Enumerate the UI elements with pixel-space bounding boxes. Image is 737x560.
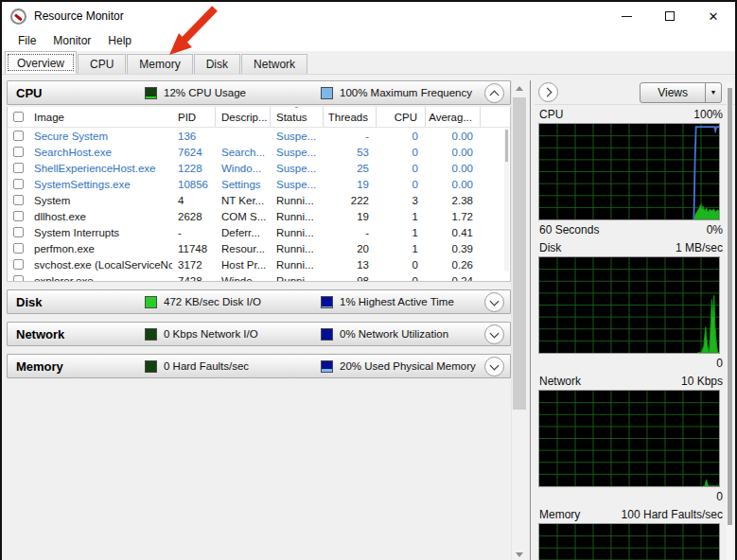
process-table-header: Image PID Descrip... ˆStatus Threads CPU… [8, 107, 510, 128]
graph-plot-area [538, 523, 720, 560]
cpu-section-header[interactable]: CPU 12% CPU Usage 100% Maximum Frequency [7, 80, 511, 105]
main-scrollbar[interactable] [511, 80, 527, 560]
cell-avg: 0.00 [426, 147, 481, 158]
tab-bar: Overview CPU Memory Disk Network [2, 51, 735, 75]
row-checkbox[interactable] [13, 195, 24, 205]
table-row[interactable]: System Interrupts-Deferr...Runni...-10.4… [8, 224, 510, 240]
cell-image: SearchHost.exe [28, 147, 172, 158]
cell-desc: COM S... [216, 211, 271, 222]
row-checkbox[interactable] [13, 211, 24, 221]
graph-max-label: 10 Kbps [681, 375, 723, 388]
cpu-collapse-button[interactable] [484, 83, 504, 103]
cell-status: Runni... [271, 259, 324, 271]
header-description[interactable]: Descrip... [216, 107, 271, 127]
cell-desc: Resour... [216, 243, 271, 254]
cell-pid: - [172, 227, 216, 238]
cell-image: SystemSettings.exe [28, 179, 172, 190]
cpu-section-title: CPU [16, 86, 145, 100]
row-checkbox[interactable] [13, 131, 24, 141]
menu-help[interactable]: Help [99, 32, 140, 49]
row-checkbox[interactable] [13, 163, 24, 173]
header-average-cpu[interactable]: Averag... [426, 107, 481, 127]
network-io-indicator-icon [145, 328, 157, 341]
cpu-usage-label: 12% CPU Usage [164, 87, 246, 98]
cell-avg: 0.24 [426, 275, 481, 283]
table-row[interactable]: Secure System136Suspe...-00.00 [8, 128, 510, 144]
title-bar[interactable]: Resource Monitor ✕ [2, 2, 735, 30]
cell-threads: 25 [324, 163, 377, 174]
cell-pid: 136 [172, 131, 216, 142]
views-button[interactable]: Views ▼ [640, 82, 722, 103]
row-checkbox[interactable] [13, 275, 24, 282]
scrollbar-thumb[interactable] [513, 97, 526, 410]
row-checkbox[interactable] [13, 227, 24, 237]
menu-file[interactable]: File [9, 32, 44, 49]
close-button[interactable]: ✕ [692, 2, 735, 30]
header-threads[interactable]: Threads [324, 107, 377, 127]
graph-title: Network [539, 375, 581, 388]
hard-faults-label: 0 Hard Faults/sec [164, 360, 249, 372]
graph-title: CPU [539, 108, 563, 121]
memory-expand-button[interactable] [484, 357, 504, 376]
table-row[interactable]: svchost.exe (LocalServiceNo...3172Host P… [8, 256, 510, 272]
header-status[interactable]: ˆStatus [271, 107, 324, 127]
cell-pid: 10856 [172, 179, 216, 190]
cell-avg: 2.38 [426, 195, 481, 206]
cell-status: Runni... [271, 227, 324, 238]
table-row[interactable]: perfmon.exe11748Resour...Runni...2010.39 [8, 240, 510, 256]
overview-content: CPU 12% CPU Usage 100% Maximum Frequency… [2, 75, 735, 560]
maximize-button[interactable] [648, 2, 692, 30]
network-expand-button[interactable] [484, 324, 504, 344]
select-all-checkbox[interactable] [13, 112, 24, 122]
menu-monitor[interactable]: Monitor [44, 32, 99, 49]
scroll-up-button[interactable] [512, 80, 527, 96]
cell-threads: 19 [324, 211, 377, 222]
cell-cpu: 1 [377, 243, 426, 254]
table-row[interactable]: SearchHost.exe7624Search...Suspe...5300.… [8, 144, 510, 160]
tab-network[interactable]: Network [241, 54, 307, 74]
cell-avg: 0.41 [426, 227, 481, 238]
header-pid[interactable]: PID [172, 107, 216, 127]
cell-status: Suspe... [271, 163, 324, 174]
row-checkbox[interactable] [13, 259, 24, 270]
disk-section-title: Disk [16, 295, 145, 309]
views-label: Views [640, 83, 705, 102]
views-dropdown-button[interactable]: ▼ [705, 83, 721, 102]
disk-expand-button[interactable] [484, 292, 504, 312]
disk-active-indicator-icon [321, 296, 333, 308]
chevron-down-icon [490, 328, 500, 338]
panel-scrollbar[interactable] [727, 82, 733, 560]
table-row[interactable]: ShellExperienceHost.exe1228Windo...Suspe… [8, 160, 510, 176]
row-checkbox[interactable] [13, 179, 24, 189]
cell-avg: 0.00 [426, 163, 481, 174]
minimize-button[interactable] [605, 2, 648, 30]
cell-status: Runni... [271, 243, 324, 254]
graph-network: Network10 Kbps0 [535, 372, 735, 505]
tab-overview[interactable]: Overview [5, 51, 77, 74]
memory-section-header[interactable]: Memory 0 Hard Faults/sec 20% Used Physic… [7, 354, 511, 378]
table-scrollbar[interactable] [504, 130, 509, 271]
table-row[interactable]: explorer.exe7428Windo...Runni...9800.24 [8, 272, 510, 282]
panel-scrollbar-thumb[interactable] [728, 88, 732, 525]
tab-memory[interactable]: Memory [127, 54, 192, 74]
network-section-header[interactable]: Network 0 Kbps Network I/O 0% Network Ut… [7, 322, 511, 346]
row-checkbox[interactable] [13, 243, 24, 254]
panel-collapse-button[interactable] [538, 82, 558, 102]
header-cpu[interactable]: CPU [377, 107, 426, 127]
row-checkbox[interactable] [13, 147, 24, 157]
cell-cpu: 3 [377, 195, 426, 206]
table-row[interactable]: dllhost.exe2628COM S...Runni...1911.72 [8, 208, 510, 224]
graphs-toolbar: Views ▼ [535, 80, 735, 105]
disk-section-header[interactable]: Disk 472 KB/sec Disk I/O 1% Highest Acti… [7, 289, 511, 314]
cell-status: Runni... [271, 195, 324, 206]
cell-status: Suspe... [271, 147, 324, 158]
process-rows: Secure System136Suspe...-00.00SearchHost… [8, 128, 510, 282]
tab-disk[interactable]: Disk [194, 54, 240, 74]
table-row[interactable]: System4NT Ker...Runni...22232.38 [8, 192, 510, 208]
tab-cpu[interactable]: CPU [78, 54, 126, 74]
scroll-down-button[interactable] [512, 547, 527, 560]
cell-threads: 53 [324, 147, 377, 158]
table-row[interactable]: SystemSettings.exe10856SettingsSuspe...1… [8, 176, 510, 192]
header-image[interactable]: Image [28, 107, 172, 127]
graphs-container: CPU100%60 Seconds0%Disk1 MB/sec0Network1… [535, 105, 735, 560]
